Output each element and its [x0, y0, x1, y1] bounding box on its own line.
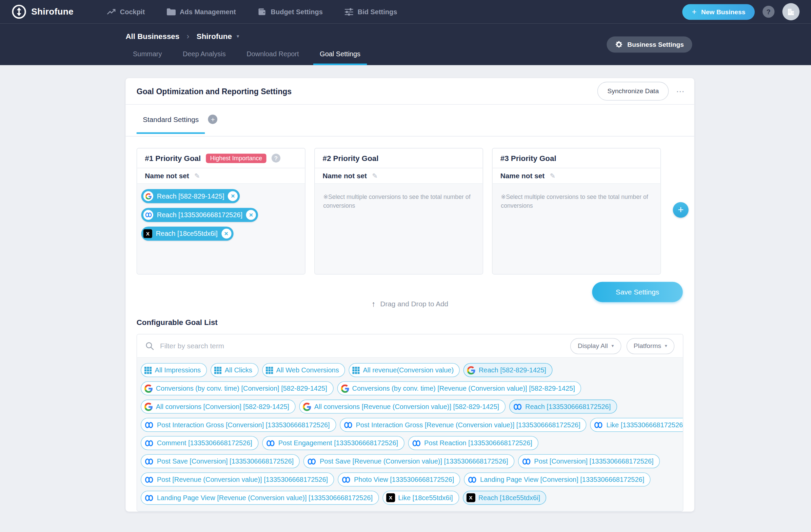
- goal-name-label: Name not set: [145, 172, 189, 179]
- platforms-dropdown[interactable]: Platforms ▾: [626, 338, 674, 354]
- help-tooltip-icon[interactable]: ?: [272, 154, 280, 163]
- save-settings-button[interactable]: Save Settings: [592, 282, 683, 302]
- goal-chip[interactable]: Post Interaction Gross [Revenue (Convers…: [340, 418, 586, 432]
- goal-chip[interactable]: XReach [18ce55tdx6i]: [463, 491, 547, 505]
- sub-header: All Businesses › Shirofune ▾ Business Se…: [0, 24, 811, 65]
- grid-icon: [214, 366, 222, 374]
- tab-standard-settings[interactable]: Standard Settings: [137, 105, 205, 134]
- google-icon: [144, 384, 153, 393]
- business-settings-label: Business Settings: [627, 41, 684, 48]
- goal-chip[interactable]: Conversions (by conv. time) [Revenue (Co…: [337, 381, 581, 395]
- chevron-right-icon: ›: [187, 32, 189, 41]
- meta-icon: [412, 439, 421, 447]
- goal-chip[interactable]: Post Save [Conversion] [1335306668172526…: [141, 454, 300, 469]
- goal-name-label: Name not set: [323, 172, 367, 179]
- edit-name-icon[interactable]: ✎: [372, 172, 378, 179]
- google-icon: [341, 384, 349, 393]
- meta-icon: [144, 439, 154, 447]
- edit-name-icon[interactable]: ✎: [194, 172, 200, 179]
- goal-chip[interactable]: Landing Page View [Revenue (Conversion v…: [141, 491, 379, 505]
- goal-chip[interactable]: All Web Conversions: [262, 363, 345, 377]
- x-icon: X: [143, 229, 152, 238]
- grid-icon: [144, 366, 152, 374]
- drop-zone-note: ※Select multiple conversions to see the …: [319, 189, 478, 215]
- nav-item-budget-settings[interactable]: Budget Settings: [258, 8, 323, 16]
- plus-icon: +: [678, 204, 684, 216]
- x-icon: X: [466, 494, 475, 502]
- remove-chip-icon[interactable]: ✕: [228, 191, 238, 201]
- drag-and-drop-hint: ↑ Drag and Drop to Add: [125, 299, 694, 308]
- nav-label: Bid Settings: [358, 8, 397, 16]
- add-priority-goal-button[interactable]: +: [673, 202, 689, 218]
- priority-goal-card-2: #2 Priority Goal Name not set ✎ ※Select …: [314, 148, 483, 275]
- account-avatar[interactable]: [782, 3, 799, 20]
- top-navbar: Shirofune Cockpit Ads Management Budget …: [0, 0, 811, 24]
- goal-chip[interactable]: Like [1335306668172526]: [590, 418, 684, 432]
- display-all-dropdown[interactable]: Display All ▾: [571, 338, 621, 354]
- goal-chip[interactable]: Comment [1335306668172526]: [141, 436, 258, 450]
- goal-drop-zone-2[interactable]: ※Select multiple conversions to see the …: [315, 184, 483, 274]
- goal-chip[interactable]: All Clicks: [211, 363, 258, 377]
- goal-drop-zone-1[interactable]: Reach [582-829-1425] ✕ Reach [1335306668…: [137, 184, 305, 274]
- nav-item-cockpit[interactable]: Cockpit: [107, 8, 145, 16]
- goal-chip[interactable]: All revenue(Conversion value): [349, 363, 460, 377]
- breadcrumb: All Businesses › Shirofune ▾: [125, 32, 239, 41]
- card-title: #1 Priority Goal: [145, 154, 201, 162]
- tab-summary[interactable]: Summary: [127, 50, 168, 65]
- goal-chip[interactable]: Photo View [1335306668172526]: [338, 472, 460, 487]
- goal-chip-label: Comment [1335306668172526]: [157, 439, 252, 447]
- meta-icon: [266, 439, 275, 447]
- goal-drop-zone-3[interactable]: ※Select multiple conversions to see the …: [493, 184, 660, 274]
- goal-chip-label: Reach [18ce55tdx6i]: [478, 494, 540, 501]
- goal-chip[interactable]: Post Save [Revenue (Conversion value)] […: [304, 454, 514, 469]
- goal-chip[interactable]: Post Interaction Gross [Conversion] [133…: [141, 418, 336, 432]
- goal-chip[interactable]: Reach [582-829-1425]: [463, 363, 552, 377]
- selected-goal-chip[interactable]: X Reach [18ce55tdx6i] ✕: [141, 227, 233, 241]
- tab-download-report[interactable]: Download Report: [240, 50, 305, 65]
- selected-goal-chip[interactable]: Reach [1335306668172526] ✕: [141, 208, 258, 222]
- nav-item-ads-management[interactable]: Ads Management: [167, 8, 236, 16]
- breadcrumb-business[interactable]: Shirofune: [197, 32, 232, 41]
- nav-item-bid-settings[interactable]: Bid Settings: [345, 8, 397, 16]
- goal-chip[interactable]: Landing Page View [Conversion] [13353066…: [464, 472, 650, 487]
- remove-chip-icon[interactable]: ✕: [246, 210, 256, 220]
- goal-chip-label: Reach [582-829-1425]: [479, 366, 546, 374]
- goal-chip[interactable]: XLike [18ce55tdx6i]: [382, 491, 459, 505]
- goal-chip-list: All Impressions All Clicks All Web Conve…: [137, 358, 683, 511]
- goal-chip[interactable]: All conversions [Conversion] [582-829-14…: [141, 400, 295, 414]
- add-settings-tab-button[interactable]: +: [208, 114, 218, 124]
- edit-name-icon[interactable]: ✎: [550, 172, 556, 179]
- caret-down-icon[interactable]: ▾: [236, 33, 239, 39]
- help-button[interactable]: ?: [763, 6, 775, 18]
- more-menu-icon[interactable]: ⋯: [676, 86, 685, 96]
- goal-chip-label: Like [1335306668172526]: [607, 421, 684, 429]
- remove-chip-icon[interactable]: ✕: [221, 229, 231, 238]
- goal-chip-label: All Impressions: [155, 366, 201, 374]
- selected-goal-chip[interactable]: Reach [582-829-1425] ✕: [141, 189, 240, 203]
- chip-label: Reach [18ce55tdx6i]: [156, 230, 218, 237]
- x-icon: X: [386, 494, 395, 502]
- business-settings-button[interactable]: Business Settings: [607, 36, 692, 53]
- goal-chip[interactable]: All conversions [Revenue (Conversion val…: [299, 400, 505, 414]
- drag-hint-label: Drag and Drop to Add: [380, 300, 448, 308]
- trending-up-icon: [107, 8, 116, 16]
- tab-deep-analysis[interactable]: Deep Analysis: [177, 50, 232, 65]
- drop-zone-note: ※Select multiple conversions to see the …: [497, 189, 656, 215]
- building-icon: [786, 7, 795, 16]
- page-title: Goal Optimization and Reporting Settings: [137, 87, 292, 96]
- goal-chip[interactable]: Post [Revenue (Conversion value)] [13353…: [141, 472, 334, 487]
- new-business-button[interactable]: + New Business: [683, 4, 755, 20]
- card-title: #3 Priority Goal: [501, 154, 556, 162]
- search-input[interactable]: [160, 342, 565, 350]
- brand[interactable]: Shirofune: [12, 4, 74, 19]
- tab-goal-settings[interactable]: Goal Settings: [313, 50, 367, 65]
- goal-chip[interactable]: Post Engagement [1335306668172526]: [262, 436, 404, 450]
- goal-chip[interactable]: All Impressions: [141, 363, 207, 377]
- goal-chip[interactable]: Conversions (by conv. time) [Conversion]…: [141, 381, 333, 395]
- goal-chip[interactable]: Reach [1335306668172526]: [509, 400, 617, 414]
- breadcrumb-all-businesses[interactable]: All Businesses: [125, 32, 179, 41]
- synchronize-data-button[interactable]: Synchronize Data: [597, 82, 669, 100]
- main-content: Goal Optimization and Reporting Settings…: [0, 65, 811, 511]
- goal-chip[interactable]: Post Reaction [1335306668172526]: [408, 436, 538, 450]
- goal-chip[interactable]: Post [Conversion] [1335306668172526]: [518, 454, 660, 469]
